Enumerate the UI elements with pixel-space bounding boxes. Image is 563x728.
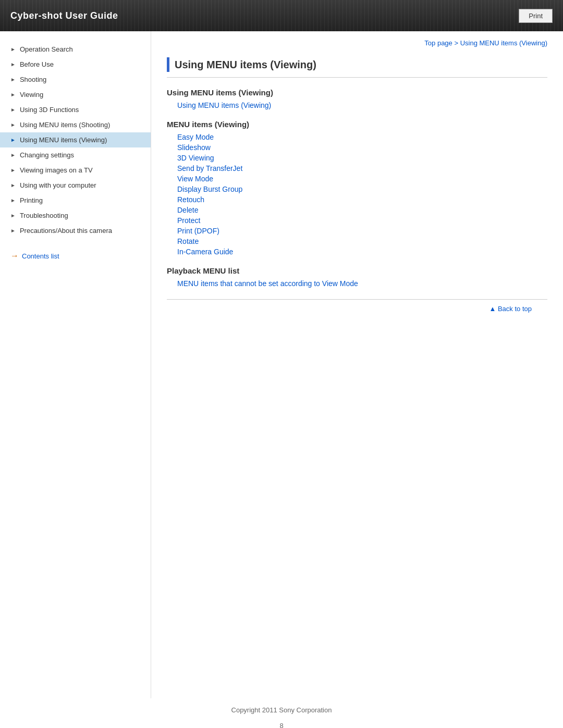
arrow-icon: ►: [10, 107, 16, 113]
arrow-icon: ►: [10, 213, 16, 218]
link-using-menu-viewing[interactable]: Using MENU items (Viewing): [167, 100, 547, 110]
sidebar-item-label: Using 3D Functions: [20, 106, 79, 114]
sidebar-item-troubleshooting[interactable]: ► Troubleshooting: [0, 208, 151, 223]
sidebar-item-before-use[interactable]: ► Before Use: [0, 57, 151, 72]
sidebar-item-printing[interactable]: ► Printing: [0, 193, 151, 208]
sidebar-item-label: Viewing: [20, 91, 43, 98]
sidebar-item-operation-search[interactable]: ► Operation Search: [0, 42, 151, 57]
section3-header: Playback MENU list: [167, 266, 547, 275]
link-protect[interactable]: Protect: [167, 215, 547, 226]
section1-header: Using MENU items (Viewing): [167, 88, 547, 97]
sidebar-item-precautions[interactable]: ► Precautions/About this camera: [0, 223, 151, 238]
breadcrumb-link[interactable]: Top page > Using MENU items (Viewing): [424, 39, 547, 47]
sidebar-item-menu-shooting[interactable]: ► Using MENU items (Shooting): [0, 117, 151, 132]
link-retouch[interactable]: Retouch: [167, 194, 547, 205]
page-title-section: Using MENU items (Viewing): [167, 57, 547, 78]
arrow-icon: ►: [10, 92, 16, 97]
main-container: ► Operation Search ► Before Use ► Shooti…: [0, 31, 563, 698]
link-easy-mode[interactable]: Easy Mode: [167, 132, 547, 142]
arrow-icon: ►: [10, 152, 16, 158]
back-to-top-link[interactable]: Back to top: [489, 305, 532, 313]
section2-header: MENU items (Viewing): [167, 120, 547, 129]
page-title: Using MENU items (Viewing): [175, 59, 316, 71]
contents-list-link[interactable]: → Contents list: [0, 246, 151, 266]
link-send-transferjet[interactable]: Send by TransferJet: [167, 163, 547, 174]
sidebar-item-label: Before Use: [20, 60, 54, 68]
section-using-menu: Using MENU items (Viewing) Using MENU it…: [167, 88, 547, 110]
sidebar: ► Operation Search ► Before Use ► Shooti…: [0, 31, 151, 698]
arrow-right-icon: →: [10, 251, 19, 261]
app-title: Cyber-shot User Guide: [10, 10, 118, 21]
arrow-icon: ►: [10, 61, 16, 67]
footer-bar: Back to top: [167, 299, 547, 318]
page-number: 8: [0, 722, 563, 728]
sidebar-item-menu-viewing[interactable]: ► Using MENU items (Viewing): [0, 132, 151, 147]
sidebar-item-viewing[interactable]: ► Viewing: [0, 87, 151, 102]
copyright: Copyright 2011 Sony Corporation: [0, 698, 563, 722]
sidebar-item-label: Shooting: [20, 76, 46, 83]
breadcrumb[interactable]: Top page > Using MENU items (Viewing): [167, 39, 547, 47]
sidebar-item-label: Using with your computer: [20, 181, 96, 189]
print-button[interactable]: Print: [519, 9, 553, 23]
link-3d-viewing[interactable]: 3D Viewing: [167, 153, 547, 163]
sidebar-item-label: Troubleshooting: [20, 212, 68, 219]
section-playback-menu: Playback MENU list MENU items that canno…: [167, 266, 547, 289]
contents-list-label: Contents list: [22, 252, 59, 260]
sidebar-item-label: Printing: [20, 196, 43, 204]
sidebar-item-viewing-images-tv[interactable]: ► Viewing images on a TV: [0, 163, 151, 178]
sidebar-item-changing-settings[interactable]: ► Changing settings: [0, 147, 151, 163]
arrow-icon: ►: [10, 77, 16, 82]
arrow-icon: ►: [10, 122, 16, 128]
sidebar-item-label: Viewing images on a TV: [20, 166, 93, 174]
section-menu-items: MENU items (Viewing) Easy Mode Slideshow…: [167, 120, 547, 257]
link-display-burst-group[interactable]: Display Burst Group: [167, 184, 547, 194]
arrow-icon: ►: [10, 182, 16, 188]
sidebar-item-3d-functions[interactable]: ► Using 3D Functions: [0, 102, 151, 117]
link-view-mode[interactable]: View Mode: [167, 174, 547, 184]
link-in-camera-guide[interactable]: In-Camera Guide: [167, 246, 547, 257]
arrow-icon: ►: [10, 46, 16, 52]
content-area: Top page > Using MENU items (Viewing) Us…: [151, 31, 563, 698]
arrow-icon: ►: [10, 198, 16, 203]
arrow-icon: ►: [10, 167, 16, 173]
sidebar-item-label: Using MENU items (Shooting): [20, 121, 110, 129]
title-bar-accent: [167, 57, 169, 72]
link-menu-items-view-mode[interactable]: MENU items that cannot be set according …: [167, 278, 547, 289]
arrow-icon: ►: [10, 137, 16, 143]
link-delete[interactable]: Delete: [167, 205, 547, 215]
sidebar-item-label: Precautions/About this camera: [20, 227, 112, 235]
header: Cyber-shot User Guide Print: [0, 0, 563, 31]
sidebar-item-label: Changing settings: [20, 151, 74, 159]
arrow-icon: ►: [10, 228, 16, 233]
link-slideshow[interactable]: Slideshow: [167, 142, 547, 153]
sidebar-item-using-computer[interactable]: ► Using with your computer: [0, 178, 151, 193]
sidebar-item-label: Using MENU items (Viewing): [20, 136, 107, 144]
sidebar-item-shooting[interactable]: ► Shooting: [0, 72, 151, 87]
link-print-dpof[interactable]: Print (DPOF): [167, 226, 547, 236]
sidebar-item-label: Operation Search: [20, 45, 73, 53]
link-rotate[interactable]: Rotate: [167, 236, 547, 246]
